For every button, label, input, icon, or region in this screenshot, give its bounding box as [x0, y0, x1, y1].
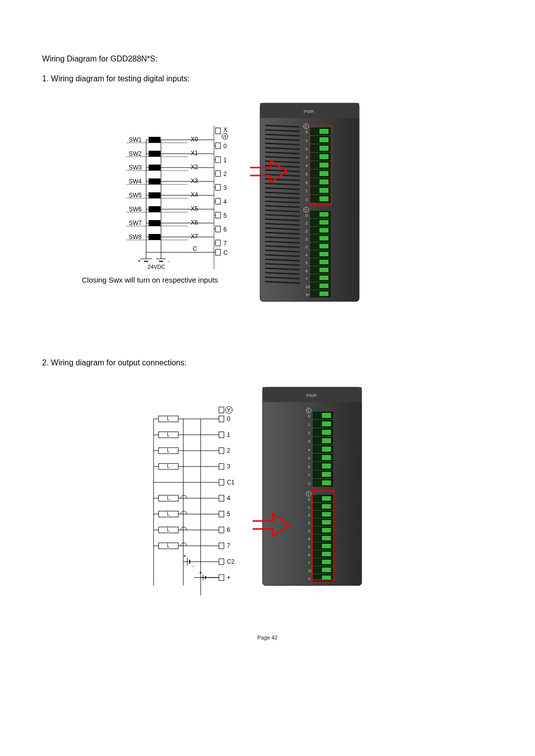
terminal-number: 0	[223, 143, 227, 150]
x-header-sub: n	[223, 134, 226, 139]
terminal-label: 2	[227, 447, 230, 454]
module-terminal-label: 7	[306, 277, 308, 281]
module-terminal-label: 0	[308, 414, 310, 418]
module-terminal-label: 7	[306, 189, 308, 193]
terminal-label: 6	[227, 526, 230, 533]
terminal-number: 7	[223, 240, 227, 247]
terminal-label: 4	[227, 495, 230, 502]
svg-rect-131	[320, 260, 328, 264]
svg-rect-115	[320, 188, 328, 193]
schematic-outputs: Y 0L1L2L3LC14L5L6L7LC2+-++	[104, 387, 243, 605]
module-terminal-label: 3	[308, 440, 310, 443]
svg-rect-155	[219, 448, 224, 454]
x-marker-2: X	[307, 409, 310, 412]
page-body: Wiring Diagram for GDD288N*S: 1. Wiring …	[42, 55, 493, 635]
svg-rect-218	[322, 472, 331, 477]
y-marker: Y	[305, 208, 307, 212]
load-label: L	[167, 495, 170, 501]
wire-label: X7	[191, 233, 198, 240]
module-terminal-label: 5	[306, 261, 308, 265]
module-terminal-label: 2	[308, 514, 310, 517]
svg-rect-208	[322, 430, 331, 435]
section-1-title: 1. Wiring diagram for testing digital in…	[42, 74, 493, 83]
terminal-number: 2	[223, 171, 227, 177]
module-terminal-label: 1	[308, 423, 310, 426]
y-marker-2: Y	[307, 492, 310, 496]
svg-rect-103	[320, 137, 328, 142]
svg-rect-240	[322, 568, 331, 572]
wire-label: X1	[191, 150, 198, 157]
module-terminal-label: V+	[306, 293, 310, 296]
terminal-number: 4	[223, 198, 227, 205]
switch-label: SW2	[129, 150, 142, 157]
module-terminal-label: 3	[306, 156, 308, 159]
svg-rect-113	[320, 179, 328, 184]
svg-rect-127	[320, 244, 328, 248]
schematic-inputs: X n SW1X00SW2X11SW3X22SW4X33SW5X44SW6X55…	[77, 103, 235, 282]
svg-rect-168	[219, 495, 224, 501]
svg-rect-139	[320, 291, 328, 296]
svg-rect-19	[215, 171, 220, 176]
svg-rect-137	[320, 284, 328, 288]
svg-rect-3	[149, 137, 160, 143]
module-terminal-label: 0	[306, 214, 308, 217]
load-label: L	[167, 416, 170, 421]
svg-rect-193	[219, 575, 224, 581]
terminal-number: 1	[223, 157, 227, 164]
switch-label: SW8	[129, 233, 142, 240]
svg-rect-133	[320, 268, 328, 272]
svg-rect-25	[215, 184, 220, 190]
svg-rect-101	[320, 129, 328, 134]
switch-label: SW5	[129, 192, 142, 199]
svg-rect-39	[149, 220, 160, 226]
svg-rect-145	[219, 416, 224, 422]
c-terminal-label: C	[223, 249, 228, 256]
svg-rect-37	[215, 212, 220, 218]
load-label: L	[167, 448, 170, 453]
svg-rect-9	[149, 151, 160, 157]
svg-rect-31	[215, 198, 220, 204]
wire-label: X4	[191, 191, 198, 198]
terminal-label: 3	[227, 463, 230, 470]
module-terminal-label: 6	[308, 553, 310, 557]
svg-rect-214	[322, 455, 331, 460]
module-terminal-label: 2	[306, 147, 308, 151]
module-terminal-label: 6	[306, 269, 308, 273]
svg-rect-143	[219, 407, 224, 413]
svg-rect-135	[320, 276, 328, 280]
svg-rect-121	[320, 220, 328, 225]
svg-rect-188	[219, 559, 224, 565]
wire-label: X6	[191, 219, 198, 226]
y-header-label: Y	[227, 407, 231, 413]
svg-rect-109	[320, 163, 328, 168]
svg-rect-220	[322, 480, 331, 485]
svg-rect-105	[320, 146, 328, 151]
module-terminal-label: 1	[308, 506, 310, 509]
wire-label: X5	[191, 205, 198, 212]
figure-2: Y 0L1L2L3LC14L5L6L7LC2+-++ PWR 01234567C…	[104, 387, 493, 625]
terminal-label: 1	[227, 431, 230, 438]
svg-rect-45	[149, 234, 160, 240]
module-pwr-label: PWR	[304, 109, 314, 114]
svg-rect-230	[322, 528, 331, 532]
load-label: L	[167, 464, 170, 469]
svg-rect-178	[219, 527, 224, 533]
terminal-number: 3	[223, 184, 227, 191]
switch-label: SW4	[129, 178, 142, 185]
svg-rect-183	[219, 543, 224, 549]
load-label: L	[167, 511, 170, 517]
svg-rect-1	[215, 128, 220, 134]
battery-plus: +	[138, 258, 141, 264]
page-footer: Page 42	[0, 635, 535, 640]
svg-rect-123	[320, 228, 328, 233]
wire-label: X3	[191, 177, 198, 184]
svg-rect-224	[322, 504, 331, 509]
plc-module-2: PWR 01234567C 0123C4567C2V X Y	[253, 382, 372, 600]
module-terminal-label: C	[306, 198, 308, 201]
svg-rect-7	[215, 143, 220, 149]
module-terminal-label: C	[308, 529, 311, 533]
svg-rect-117	[320, 196, 328, 201]
svg-rect-107	[320, 154, 328, 159]
svg-rect-33	[149, 206, 160, 212]
module-terminal-label: 1	[306, 139, 308, 142]
